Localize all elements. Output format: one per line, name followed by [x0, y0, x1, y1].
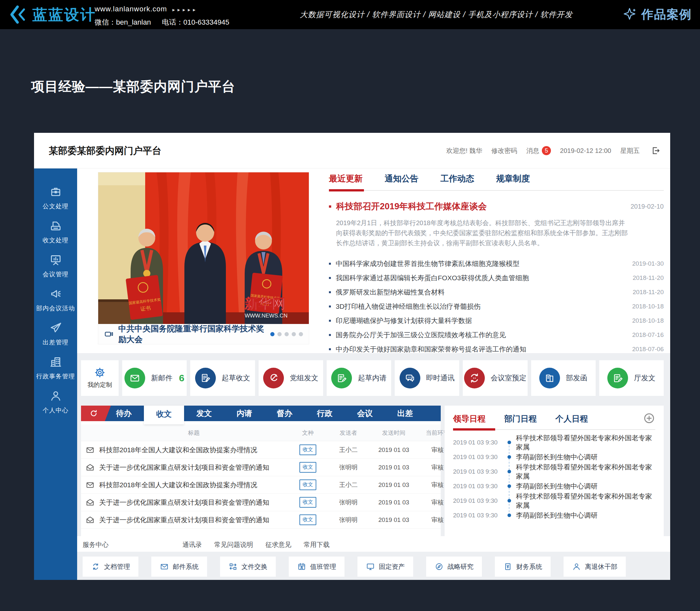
news-item-title[interactable]: 国务院办公厅关于加强三级公立医院绩效考核工作的意见 [336, 330, 632, 340]
news-item: 3D打印植入物促进神经细胞生长以治疗脊髓损伤2018-10-18 [329, 299, 664, 314]
carousel-dot[interactable] [299, 332, 303, 336]
task-date: 2019 01 03 [369, 481, 418, 489]
footer-link-downloads[interactable]: 常用下载 [304, 540, 330, 549]
news-item-title[interactable]: 中办印发关于做好国家勋章和国家荣誉称号提名评选工作的通知 [336, 345, 632, 354]
tab-meetings[interactable]: 会议 [345, 406, 385, 421]
sidebar-item-business-trips[interactable]: 出差管理 [34, 322, 77, 347]
tab-recent-updates[interactable]: 最近更新 [329, 173, 363, 184]
news-item-title[interactable]: 中国科学家成功创建世界首批生物节律紊乱体细胞克隆猴模型 [336, 259, 632, 268]
bullet-icon [329, 306, 331, 308]
table-row[interactable]: 关于进一步优化国家重点研发计划项目和资金管理的通知 收文 张明明 2019 01… [81, 459, 441, 476]
app-label: 文档管理 [104, 562, 130, 571]
table-header: 标题 文种 发送者 发送时间 当前环节 [81, 424, 441, 441]
task-date: 2019 01 03 [369, 464, 418, 471]
meeting-room-booking-button[interactable]: 会议室预定 [463, 360, 527, 396]
schedule-item[interactable]: 2019 01 03 9:30科学技术部领导看望外国老专家和外国老专家家属 [453, 464, 655, 479]
schedule-text: 李萌副部长到生物中心调研 [516, 511, 598, 520]
document-tray-icon [49, 219, 62, 232]
column-doc-type: 文种 [289, 429, 327, 437]
office-dispatch-button[interactable]: 厅发文 [599, 360, 664, 396]
schedule-item[interactable]: 2019 01 03 9:30科学技术部领导看望外国老专家和外国老专家家属 [453, 493, 655, 508]
tab-outgoing[interactable]: 发文 [184, 406, 224, 421]
website-link[interactable]: www.lanlanwork.com [94, 5, 167, 13]
draft-incoming-button[interactable]: 起草收文 [190, 360, 255, 396]
tasks-tab-bar: 待办 收文 发文 内请 督办 行政 会议 出差 [104, 406, 441, 421]
app-finance-system[interactable]: 财务系统 [495, 556, 551, 577]
sidebar-item-internal-meetings[interactable]: 部内会议活动 [34, 287, 77, 313]
sidebar-item-document-processing[interactable]: 公文处理 [34, 185, 77, 211]
ministry-letter-button[interactable]: 部发函 [531, 360, 596, 396]
schedule-item[interactable]: 2019 01 03 9:30李萌副部长到生物中心调研 [453, 450, 655, 464]
footer-link-faq[interactable]: 常见问题说明 [214, 540, 253, 549]
news-item-date: 2018-10-18 [632, 303, 664, 310]
portal-header: 某部委某部委内网门户平台 欢迎您! 魏华 修改密码 消息 5 2019-02-1… [34, 133, 670, 168]
instant-messaging-button[interactable]: 即时通讯 [395, 360, 459, 396]
news-item: 国务院办公厅关于加强三级公立医院绩效考核工作的意见2018-07-16 [329, 328, 664, 342]
app-file-exchange[interactable]: 文件交换 [220, 556, 276, 577]
app-duty-management[interactable]: 值班管理 [289, 556, 345, 577]
news-item-title[interactable]: 3D打印植入物促进神经细胞生长以治疗脊髓损伤 [336, 302, 632, 311]
sidebar-item-label: 公文处理 [43, 202, 69, 211]
portfolio-link[interactable]: 作品案例 [623, 0, 692, 29]
table-row[interactable]: 科技部2018年全国人大建议和全国政协提案办理情况 收文 王小二 2019 01… [81, 476, 441, 494]
app-mail-system[interactable]: 邮件系统 [151, 556, 207, 577]
draft-internal-button[interactable]: 起草内请 [327, 360, 391, 396]
tab-trips[interactable]: 出差 [385, 406, 425, 421]
active-tab-marker [453, 428, 495, 431]
app-retired-cadres[interactable]: 离退休干部 [564, 556, 626, 577]
table-row[interactable]: 关于进一步优化国家重点研发计划项目和资金管理的通知 收文 张明明 2019 01… [81, 511, 441, 529]
logout-icon[interactable] [651, 146, 660, 155]
quick-action-label: 会议室预定 [491, 373, 526, 383]
schedule-item[interactable]: 2019 01 03 9:30科学技术部领导看望外国老专家和外国老专家家属 [453, 435, 655, 450]
carousel-dot[interactable] [270, 332, 275, 336]
task-sender: 王小二 [327, 446, 369, 454]
page-title: 项目经验——某部委内网门户平台 [31, 78, 235, 95]
sidebar-item-admin-affairs[interactable]: 行政事务管理 [34, 355, 77, 381]
app-document-management[interactable]: 文档管理 [83, 556, 138, 577]
task-date: 2019 01 03 [369, 499, 418, 506]
app-fixed-assets[interactable]: 固定资产 [358, 556, 413, 577]
carousel-dot[interactable] [277, 332, 282, 336]
news-item: 中国科学家成功创建世界首批生物节律紊乱体细胞克隆猴模型2019-01-30 [329, 257, 664, 271]
mail-open-icon [86, 463, 94, 472]
tab-department-schedule[interactable]: 部门日程 [504, 413, 537, 424]
carousel-caption[interactable]: 中共中央国务院隆重举行国家科学技术奖励大会 [118, 323, 270, 345]
sidebar-item-label: 收文处理 [43, 236, 69, 244]
my-customization-button[interactable]: 我的定制 [81, 360, 119, 396]
tab-notices[interactable]: 通知公告 [385, 173, 418, 184]
footer-link-contacts[interactable]: 通讯录 [183, 540, 202, 549]
tab-regulations[interactable]: 规章制度 [496, 173, 530, 184]
news-item-title[interactable]: 我国科学家通过基因编辑长寿蛋白FOXO3获得优质人类血管细胞 [336, 273, 632, 283]
task-title: 关于进一步优化国家重点研发计划项目和资金管理的通知 [99, 498, 289, 507]
app-strategy-research[interactable]: 战略研究 [426, 556, 482, 577]
news-item-title[interactable]: 俄罗斯研发出新型纳米磁性复合材料 [336, 288, 632, 297]
sidebar-item-personal-center[interactable]: 个人中心 [34, 389, 77, 415]
award-ceremony-photo[interactable]: 国家最高科学技术奖 证书 [98, 172, 309, 324]
bullet-icon [329, 334, 331, 336]
add-schedule-icon[interactable] [643, 412, 655, 424]
sidebar-item-incoming-docs[interactable]: 收文处理 [34, 219, 77, 244]
messages-link[interactable]: 消息 5 [526, 146, 551, 155]
party-dispatch-button[interactable]: 党组发文 [259, 360, 323, 396]
schedule-item[interactable]: 2019 01 03 9:30李萌副部长到生物中心调研 [453, 479, 655, 493]
news-item-title[interactable]: 印尼珊瑚礁保护与修复计划获得大量科学数据 [336, 316, 632, 325]
footer-link-feedback[interactable]: 征求意见 [265, 540, 291, 549]
tab-supervision[interactable]: 督办 [264, 406, 305, 421]
tab-incoming[interactable]: 收文 [144, 406, 184, 424]
tab-administration[interactable]: 行政 [305, 406, 345, 421]
table-row[interactable]: 关于进一步优化国家重点研发计划项目和资金管理的通知 收文 张明明 2019 01… [81, 494, 441, 511]
carousel-dot[interactable] [292, 332, 296, 336]
tab-work-trends[interactable]: 工作动态 [440, 173, 474, 184]
tab-leader-schedule[interactable]: 领导日程 [453, 413, 485, 424]
new-mail-button[interactable]: 新邮件 6 [122, 360, 187, 396]
carousel-dot[interactable] [285, 332, 289, 336]
table-row[interactable]: 科技部2018年全国人大建议和全国政协提案办理情况 收文 王小二 2019 01… [81, 441, 441, 459]
sidebar-item-meeting-management[interactable]: 会议管理 [34, 253, 77, 279]
schedule-item[interactable]: 2019 01 03 9:30李萌副部长到生物中心调研 [453, 508, 655, 523]
change-password-link[interactable]: 修改密码 [491, 146, 517, 155]
featured-news-title[interactable]: 科技部召开2019年科技工作媒体座谈会 [336, 200, 631, 212]
footer-link-service-center[interactable]: 服务中心 [83, 540, 108, 549]
tab-internal-request[interactable]: 内请 [224, 406, 264, 421]
doc-type-badge: 收文 [300, 497, 316, 508]
tab-personal-schedule[interactable]: 个人日程 [555, 413, 588, 424]
